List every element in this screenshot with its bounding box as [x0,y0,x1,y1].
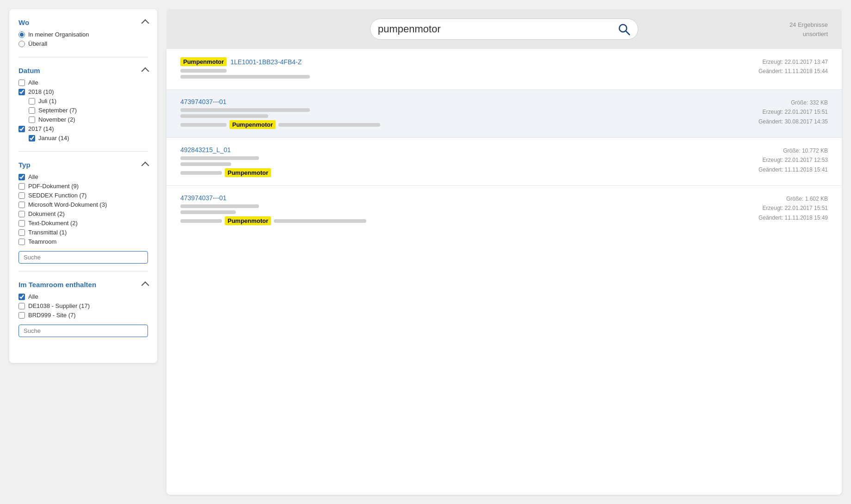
datum-check-2018[interactable] [18,89,25,95]
datum-option-2018[interactable]: 2018 (10) [18,88,148,95]
result-geaendert-4: Geändert: 11.11.2018 15:49 [758,213,828,222]
snippet-bar-4c1 [180,219,222,223]
snippet-bar-2b [180,114,268,118]
typ-check-text[interactable] [18,220,25,227]
datum-label-september: September (7) [38,107,77,114]
results-container: Pumpenmotor 1LE1001-1BB23-4FB4-Z Erzeugt… [166,49,842,495]
sidebar: Wo In meiner Organisation Überall Datum … [9,9,157,363]
wo-filter-header: Wo [18,18,148,26]
typ-label-word: Microsoft Word-Dokument (3) [28,201,107,208]
datum-check-september[interactable] [29,107,35,114]
snippet-row-3c: Pumpenmotor [180,168,749,177]
datum-label-november: November (2) [38,116,75,123]
teamroom-search-input[interactable] [18,325,148,337]
result-meta-2: Größe: 332 KB Erzeugt: 22.01.2017 15:51 … [758,98,828,126]
typ-check-alle[interactable] [18,174,25,180]
wo-radio-org[interactable] [18,31,25,38]
wo-label-all: Überall [28,40,47,47]
typ-option-teamroom[interactable]: Teamroom [18,238,148,245]
datum-check-januar[interactable] [29,135,35,141]
typ-check-transmittal[interactable] [18,229,25,236]
wo-option-org[interactable]: In meiner Organisation [18,31,148,38]
typ-check-teamroom[interactable] [18,239,25,245]
result-left-4: 473974037---01 Pumpenmotor [180,194,749,225]
wo-collapse-icon[interactable] [142,19,149,27]
typ-label-alle: Alle [28,173,38,180]
search-button[interactable] [617,23,630,36]
search-input[interactable] [378,23,613,35]
typ-label-teamroom: Teamroom [28,238,56,245]
teamroom-collapse-icon[interactable] [142,282,149,289]
typ-search-input[interactable] [18,251,148,264]
datum-option-september[interactable]: September (7) [18,107,148,114]
result-title-3[interactable]: 492843215_L_01 [180,146,749,154]
typ-filter-section: Typ Alle PDF-Dokument (9) SEDDEX Functio… [18,161,148,271]
result-erzeugt-1: Erzeugt: 22.01.2017 13:47 [758,57,828,67]
snippet-bar-2c2 [278,123,380,127]
datum-check-2017[interactable] [18,126,25,132]
datum-label-juli: Juli (1) [38,98,56,104]
result-title-2[interactable]: 473974037---01 [180,98,749,105]
typ-option-word[interactable]: Microsoft Word-Dokument (3) [18,201,148,208]
typ-check-pdf[interactable] [18,183,25,190]
result-link-3[interactable]: 492843215_L_01 [180,146,231,154]
datum-option-juli[interactable]: Juli (1) [18,98,148,104]
search-bar-container: 24 Ergebnisse unsortiert [166,9,842,49]
teamroom-check-de1038[interactable] [18,303,25,309]
snippet-bar-4a [180,204,259,208]
result-title-1: Pumpenmotor 1LE1001-1BB23-4FB4-Z [180,57,749,66]
result-groesse-2: Größe: 332 KB [758,98,828,107]
typ-collapse-icon[interactable] [142,162,149,170]
snippet-bar-4c2 [274,219,366,223]
typ-option-dokument[interactable]: Dokument (2) [18,210,148,217]
teamroom-check-alle[interactable] [18,294,25,300]
typ-filter-title: Typ [18,161,31,169]
result-title-rest-1[interactable]: 1LE1001-1BB23-4FB4-Z [230,58,302,66]
datum-label-2018: 2018 (10) [28,88,54,95]
typ-check-word[interactable] [18,202,25,208]
typ-option-transmittal[interactable]: Transmittal (1) [18,229,148,236]
datum-check-juli[interactable] [29,98,35,104]
wo-label-org: In meiner Organisation [28,31,89,38]
typ-check-seddex[interactable] [18,192,25,199]
datum-filter-title: Datum [18,67,40,74]
result-meta-3: Größe: 10.772 KB Erzeugt: 22.01.2017 12:… [758,146,828,174]
result-title-4[interactable]: 473974037---01 [180,194,749,202]
result-item-2: 473974037---01 Pumpenmotor Größe: 332 KB… [166,90,842,138]
snippet-bar-3c1 [180,171,222,175]
wo-option-all[interactable]: Überall [18,40,148,47]
datum-check-alle[interactable] [18,80,25,86]
datum-check-november[interactable] [29,117,35,123]
result-meta-4: Größe: 1.602 KB Erzeugt: 22.01.2017 15:5… [758,194,828,222]
datum-option-november[interactable]: November (2) [18,116,148,123]
teamroom-option-alle[interactable]: Alle [18,293,148,300]
teamroom-label-alle: Alle [28,293,38,300]
results-count: 24 Ergebnisse [789,20,828,30]
snippet-bar-1a [180,69,227,73]
teamroom-check-brd999[interactable] [18,312,25,319]
result-highlight-3: Pumpenmotor [225,168,271,177]
search-icon [617,23,630,36]
snippet-bar-1b [180,75,310,79]
wo-radio-all[interactable] [18,41,25,47]
typ-check-dokument[interactable] [18,211,25,217]
teamroom-option-brd999[interactable]: BRD999 - Site (7) [18,312,148,319]
result-highlight-1: Pumpenmotor [180,57,227,66]
datum-option-januar[interactable]: Januar (14) [18,135,148,141]
teamroom-option-de1038[interactable]: DE1038 - Supplier (17) [18,302,148,309]
datum-option-2017[interactable]: 2017 (14) [18,125,148,132]
typ-option-alle[interactable]: Alle [18,173,148,180]
result-groesse-4: Größe: 1.602 KB [758,194,828,203]
datum-option-alle[interactable]: Alle [18,79,148,86]
typ-option-pdf[interactable]: PDF-Dokument (9) [18,183,148,190]
result-link-2[interactable]: 473974037---01 [180,98,227,105]
typ-option-text[interactable]: Text-Dokument (2) [18,220,148,227]
datum-collapse-icon[interactable] [142,68,149,75]
result-link-4[interactable]: 473974037---01 [180,194,227,202]
typ-option-seddex[interactable]: SEDDEX Function (7) [18,192,148,199]
snippet-row-4c: Pumpenmotor [180,216,749,225]
result-left-3: 492843215_L_01 Pumpenmotor [180,146,749,177]
snippet-bar-2c1 [180,123,227,127]
wo-filter-section: Wo In meiner Organisation Überall [18,18,148,57]
wo-filter-title: Wo [18,18,29,26]
